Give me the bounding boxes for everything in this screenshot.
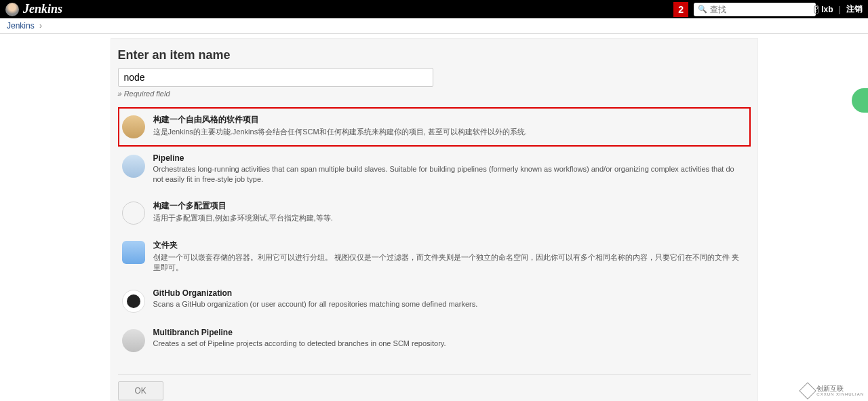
option-desc: 创建一个可以嵌套存储的容器。利用它可以进行分组。 视图仅仅是一个过滤器，而文件夹… [153, 252, 747, 273]
topbar-right: 2 🔍 ? lxb | 注销 [673, 2, 863, 17]
option-desc: Scans a GitHub organization (or user acc… [153, 299, 747, 309]
watermark-text: 创新互联 CXXUN XINHULIAN [816, 385, 864, 396]
notification-badge[interactable]: 2 [673, 2, 688, 17]
github-icon [122, 290, 145, 313]
multibranch-icon [122, 329, 145, 352]
option-body: Pipeline Orchestrates long-running activ… [153, 153, 747, 185]
chevron-right-icon: › [39, 21, 42, 31]
breadcrumb-item[interactable]: Jenkins [7, 21, 35, 31]
option-desc: Orchestrates long-running activities tha… [153, 164, 747, 185]
option-title: 文件夹 [153, 240, 747, 251]
search-input[interactable] [710, 5, 812, 14]
item-name-input[interactable] [118, 68, 433, 87]
required-hint: » Required field [118, 90, 751, 98]
option-title: 构建一个多配置项目 [153, 200, 747, 212]
freestyle-icon [122, 115, 145, 138]
content-panel: Enter an item name » Required field 构建一个… [111, 38, 758, 401]
option-multibranch[interactable]: Multibranch Pipeline Creates a set of Pi… [118, 321, 751, 360]
option-github-org[interactable]: GitHub Organization Scans a GitHub organ… [118, 282, 751, 321]
jenkins-logo-link[interactable]: Jenkins [5, 2, 62, 16]
option-desc: 这是Jenkins的主要功能.Jenkins将会结合任何SCM和任何构建系统来构… [153, 127, 747, 137]
brand-text: Jenkins [23, 2, 62, 16]
ok-button[interactable]: OK [118, 381, 163, 400]
option-body: Multibranch Pipeline Creates a set of Pi… [153, 328, 747, 352]
option-desc: 适用于多配置项目,例如多环境测试,平台指定构建,等等. [153, 213, 747, 223]
option-title: Multibranch Pipeline [153, 328, 747, 337]
topbar-left: Jenkins [5, 2, 62, 16]
ok-row: OK [118, 374, 751, 400]
watermark: 创新互联 CXXUN XINHULIAN [802, 385, 864, 397]
pipeline-icon [122, 155, 145, 178]
option-desc: Creates a set of Pipeline projects accor… [153, 339, 747, 349]
breadcrumb: Jenkins › [0, 18, 868, 34]
option-body: GitHub Organization Scans a GitHub organ… [153, 288, 747, 313]
multiconfig-icon [122, 202, 145, 225]
watermark-logo-icon [800, 382, 816, 399]
watermark-brand: 创新互联 [816, 385, 864, 392]
option-multiconfig[interactable]: 构建一个多配置项目 适用于多配置项目,例如多环境测试,平台指定构建,等等. [118, 193, 751, 233]
option-body: 构建一个自由风格的软件项目 这是Jenkins的主要功能.Jenkins将会结合… [153, 114, 747, 138]
top-bar: Jenkins 2 🔍 ? lxb | 注销 [0, 0, 868, 18]
search-icon: 🔍 [698, 5, 707, 14]
logout-link[interactable]: 注销 [846, 3, 863, 15]
option-title: Pipeline [153, 153, 747, 163]
user-link[interactable]: lxb [821, 5, 833, 14]
page-title: Enter an item name [118, 48, 751, 62]
search-box[interactable]: 🔍 ? [694, 3, 816, 16]
option-freestyle[interactable]: 构建一个自由风格的软件项目 这是Jenkins的主要功能.Jenkins将会结合… [118, 107, 751, 147]
option-body: 文件夹 创建一个可以嵌套存储的容器。利用它可以进行分组。 视图仅仅是一个过滤器，… [153, 240, 747, 273]
item-type-list: 构建一个自由风格的软件项目 这是Jenkins的主要功能.Jenkins将会结合… [118, 107, 751, 360]
option-folder[interactable]: 文件夹 创建一个可以嵌套存储的容器。利用它可以进行分组。 视图仅仅是一个过滤器，… [118, 233, 751, 282]
folder-icon [122, 241, 145, 264]
option-title: 构建一个自由风格的软件项目 [153, 114, 747, 126]
option-pipeline[interactable]: Pipeline Orchestrates long-running activ… [118, 147, 751, 193]
option-body: 构建一个多配置项目 适用于多配置项目,例如多环境测试,平台指定构建,等等. [153, 200, 747, 225]
option-title: GitHub Organization [153, 288, 747, 298]
divider: | [839, 4, 841, 14]
watermark-sub: CXXUN XINHULIAN [816, 392, 864, 396]
jenkins-head-icon [5, 3, 19, 16]
help-icon[interactable]: ? [814, 5, 819, 14]
main-area: Enter an item name » Required field 构建一个… [0, 34, 868, 401]
